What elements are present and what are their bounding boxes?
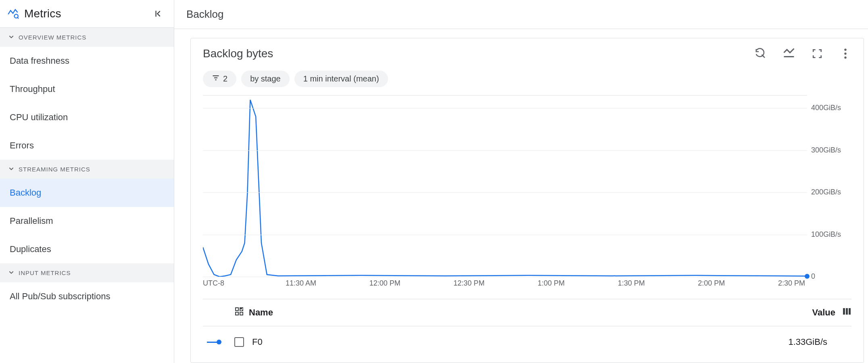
x-tick-label: 12:00 PM <box>369 279 401 288</box>
nav-cpu-utilization[interactable]: CPU utilization <box>0 103 174 131</box>
section-streaming-metrics[interactable]: STREAMING METRICS <box>0 160 174 179</box>
svg-rect-13 <box>240 312 243 315</box>
svg-point-7 <box>844 56 846 58</box>
legend-table: Name Value <box>203 299 851 358</box>
nav-all-pubsub-subscriptions[interactable]: All Pub/Sub subscriptions <box>0 282 174 311</box>
collapse-sidebar-button[interactable] <box>153 8 164 19</box>
svg-rect-11 <box>236 308 238 311</box>
legend-row[interactable]: F0 1.33GiB/s <box>203 326 851 358</box>
svg-rect-12 <box>236 312 238 315</box>
legend-row-value: 1.33GiB/s <box>788 337 851 347</box>
legend-checkbox[interactable] <box>234 337 244 347</box>
nav-duplicates[interactable]: Duplicates <box>0 235 174 263</box>
y-tick-label: 0 <box>811 272 815 281</box>
y-tick-label: 200GiB/s <box>811 188 841 196</box>
sidebar: Metrics OVERVIEW METRICS Data freshness … <box>0 0 174 363</box>
sidebar-header: Metrics <box>0 0 174 28</box>
svg-point-6 <box>844 52 846 54</box>
chip-interval[interactable]: 1 min interval (mean) <box>294 71 388 87</box>
toggle-legend-button[interactable] <box>783 48 795 60</box>
nav-errors[interactable]: Errors <box>0 131 174 160</box>
section-label: STREAMING METRICS <box>19 166 90 173</box>
x-tick-label: 2:00 PM <box>698 279 725 288</box>
more-options-button[interactable] <box>839 48 851 60</box>
x-tick-label: 1:30 PM <box>618 279 645 288</box>
chart-area[interactable]: 0100GiB/s200GiB/s300GiB/s400GiB/s <box>203 95 851 277</box>
chevron-down-icon <box>8 165 15 173</box>
chip-filter-count[interactable]: 2 <box>203 71 236 87</box>
svg-point-0 <box>15 14 18 18</box>
chevron-down-icon <box>8 269 15 277</box>
filter-icon <box>212 74 220 84</box>
chip-group-by[interactable]: by stage <box>241 71 290 87</box>
svg-rect-15 <box>843 308 845 315</box>
y-tick-label: 400GiB/s <box>811 104 841 112</box>
fullscreen-button[interactable] <box>811 48 823 60</box>
svg-rect-17 <box>849 308 851 315</box>
chart-title: Backlog bytes <box>203 47 755 60</box>
chart-toolbar <box>755 48 851 60</box>
legend-name-header: Name <box>249 307 273 318</box>
svg-rect-16 <box>846 308 848 315</box>
svg-point-5 <box>844 49 846 51</box>
legend-row-name: F0 <box>252 337 788 347</box>
page-title: Backlog <box>174 0 868 29</box>
series-swatch <box>203 340 234 344</box>
legend-value-header: Value <box>812 307 835 318</box>
section-label: INPUT METRICS <box>19 269 71 276</box>
section-overview-metrics[interactable]: OVERVIEW METRICS <box>0 28 174 47</box>
nav-throughput[interactable]: Throughput <box>0 75 174 103</box>
x-tick-label: 1:00 PM <box>538 279 565 288</box>
x-tick-label: 12:30 PM <box>453 279 484 288</box>
y-tick-label: 100GiB/s <box>811 230 841 238</box>
reset-zoom-button[interactable] <box>755 48 767 60</box>
chart-x-axis: UTC-8 11:30 AM12:00 PM12:30 PM1:00 PM1:3… <box>203 279 851 288</box>
nav-backlog[interactable]: Backlog <box>0 179 174 207</box>
breakdown-icon[interactable] <box>234 307 244 319</box>
chart-timezone: UTC-8 <box>203 279 239 288</box>
section-input-metrics[interactable]: INPUT METRICS <box>0 263 174 282</box>
x-tick-label: 11:30 AM <box>286 279 316 288</box>
y-tick-label: 300GiB/s <box>811 146 841 154</box>
chart-card: Backlog bytes <box>190 38 864 363</box>
svg-line-1 <box>18 17 19 19</box>
section-label: OVERVIEW METRICS <box>19 34 86 41</box>
x-tick-label: 2:30 PM <box>778 279 805 288</box>
columns-icon[interactable] <box>842 307 851 319</box>
nav-parallelism[interactable]: Parallelism <box>0 207 174 235</box>
main: Backlog Backlog bytes <box>174 0 868 363</box>
nav-data-freshness[interactable]: Data freshness <box>0 47 174 75</box>
metrics-icon <box>7 8 19 20</box>
sidebar-title: Metrics <box>24 7 147 20</box>
chevron-down-icon <box>8 33 15 41</box>
chip-filter-count-label: 2 <box>223 74 227 83</box>
